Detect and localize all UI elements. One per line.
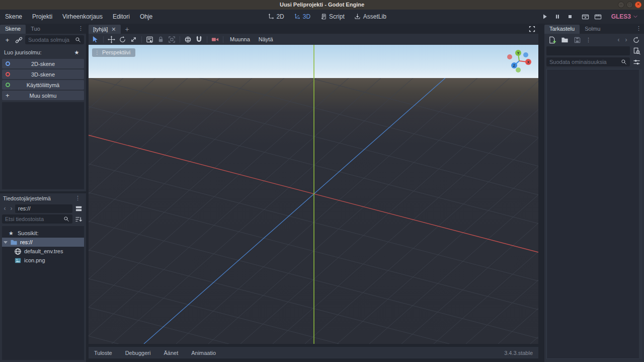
favorites-star-icon[interactable]: ★ [71, 48, 82, 57]
file-row-icon-png[interactable]: icon.png [2, 256, 84, 265]
collapse-caret-icon[interactable] [4, 241, 8, 244]
create-root-2d-button[interactable]: 2D-skene [2, 59, 84, 68]
workspace-assetlib[interactable]: AssetLib [350, 11, 391, 22]
menu-help[interactable]: Ohje [135, 13, 157, 20]
resource-name-field[interactable] [546, 46, 630, 55]
renderer-select[interactable]: GLES3 [611, 13, 638, 20]
list-select-icon [146, 36, 153, 43]
inspector-scrollbar[interactable] [639, 69, 642, 359]
scale-tool-button[interactable] [128, 35, 139, 44]
history-back-icon[interactable]: ‹ [616, 36, 621, 43]
lock-icon [157, 36, 165, 43]
new-scene-tab-button[interactable]: + [121, 25, 134, 34]
res-root-row[interactable]: res:// [2, 238, 84, 247]
play-scene-button[interactable] [580, 12, 591, 22]
workspace-3d[interactable]: 3D [290, 11, 315, 22]
select-tool-button[interactable] [90, 35, 101, 44]
gizmo-neg-z[interactable] [523, 52, 528, 57]
perspective-button[interactable]: ⋮ Perspektiivi [92, 48, 135, 57]
playback-controls: GLES3 [539, 12, 638, 22]
group-object-button[interactable] [167, 35, 177, 44]
instance-scene-button[interactable] [14, 35, 24, 44]
snap-toggle-button[interactable] [194, 35, 204, 44]
workspace-2d[interactable]: 2D [263, 11, 288, 22]
panel-output[interactable]: Tuloste [94, 350, 112, 356]
transform-menu[interactable]: Muunna [226, 36, 254, 42]
file-row-default-env[interactable]: default_env.tres [2, 247, 84, 256]
open-docs-button[interactable] [631, 46, 642, 55]
view-menu[interactable]: Näytä [255, 36, 277, 42]
inspector-body[interactable] [546, 69, 642, 359]
tab-import[interactable]: Tuo [26, 25, 45, 34]
close-tab-icon[interactable]: ✕ [111, 26, 116, 33]
filesystem-tree: ★ Suosikit: res:// default_env.tres [2, 226, 84, 360]
resource-tools-icon[interactable]: ⋮ [585, 37, 592, 43]
panel-audio[interactable]: Äänet [164, 350, 178, 356]
minimize-icon[interactable]: – [618, 2, 624, 8]
list-select-button[interactable] [144, 35, 155, 44]
menu-editor[interactable]: Editori [108, 13, 135, 20]
scene-dock-menu-icon[interactable]: ⋮ [75, 25, 86, 32]
play-custom-scene-button[interactable] [593, 12, 604, 22]
filesystem-search-input[interactable] [5, 216, 62, 222]
tab-inspector[interactable]: Tarkastelu [544, 25, 580, 34]
workspace-2d-icon [268, 14, 274, 20]
tab-node[interactable]: Solmu [580, 25, 605, 34]
lock-object-button[interactable] [155, 35, 166, 44]
scene-filter-box [25, 35, 84, 44]
inspector-menu-icon[interactable]: ⋮ [633, 25, 644, 32]
move-tool-button[interactable] [106, 35, 117, 44]
play-custom-scene-icon [594, 13, 602, 21]
distraction-free-button[interactable] [528, 25, 536, 33]
gizmo-neg-y[interactable] [516, 67, 521, 73]
create-root-3d-button[interactable]: 3D-skene [2, 69, 84, 79]
left-dock: Skene Tuo ⋮ + [0, 24, 86, 362]
save-resource-button[interactable] [572, 35, 583, 44]
current-path[interactable]: res:// [15, 204, 72, 213]
svg-text:Z: Z [513, 64, 516, 67]
save-icon [574, 36, 581, 44]
create-root-ui-button[interactable]: Käyttöliittymä [2, 80, 84, 90]
menu-project[interactable]: Projekti [27, 13, 57, 20]
menu-scene[interactable]: Skene [0, 13, 27, 20]
filesystem-menu-icon[interactable]: ⋮ [72, 195, 83, 201]
scene-tab-empty[interactable]: [tyhjä] ✕ [89, 25, 121, 34]
filesystem-search-box [2, 214, 72, 224]
image-file-icon [14, 257, 22, 264]
panel-animation[interactable]: Animaatio [191, 350, 216, 356]
history-button[interactable] [631, 35, 641, 44]
close-icon[interactable]: ✕ [635, 2, 641, 8]
scene-filter-input[interactable] [28, 37, 74, 43]
local-space-button[interactable] [183, 35, 193, 44]
tab-scene[interactable]: Skene [0, 25, 26, 34]
rotate-icon [119, 36, 126, 43]
sort-files-button[interactable] [73, 214, 84, 224]
create-root-other-button[interactable]: + Muu solmu [2, 91, 84, 100]
maximize-icon[interactable]: □ [626, 2, 633, 8]
nav-forward-icon[interactable]: › [9, 205, 14, 212]
menu-debug[interactable]: Virheenkorjaus [57, 13, 108, 20]
camera-override-button[interactable] [210, 35, 220, 44]
property-filter-button[interactable] [631, 57, 642, 66]
favorites-row[interactable]: ★ Suosikit: [2, 229, 84, 238]
link-icon [15, 36, 23, 44]
nav-back-icon[interactable]: ‹ [2, 205, 8, 212]
folder-icon [10, 239, 18, 246]
load-resource-button[interactable] [559, 35, 570, 44]
orientation-gizmo[interactable]: Y X Z [505, 49, 535, 76]
play-button[interactable] [539, 12, 550, 22]
inspector-filter-input[interactable] [549, 59, 620, 65]
view-mode-toggle[interactable] [73, 204, 84, 213]
new-resource-button[interactable] [547, 35, 557, 44]
viewport-toolbar: Muunna Näytä [89, 34, 538, 45]
workspace-script[interactable]: Script [316, 11, 349, 22]
gizmo-neg-x[interactable] [507, 54, 512, 59]
rotate-tool-button[interactable] [117, 35, 128, 44]
stop-button[interactable] [565, 12, 576, 22]
magnet-icon [195, 36, 203, 43]
panel-debugger[interactable]: Debuggeri [125, 350, 151, 356]
viewport-3d[interactable]: ⋮ Perspektiivi Y X Z [89, 45, 538, 344]
add-node-button[interactable]: + [2, 35, 13, 44]
pause-button[interactable] [552, 12, 563, 22]
history-forward-icon[interactable]: › [623, 36, 629, 43]
